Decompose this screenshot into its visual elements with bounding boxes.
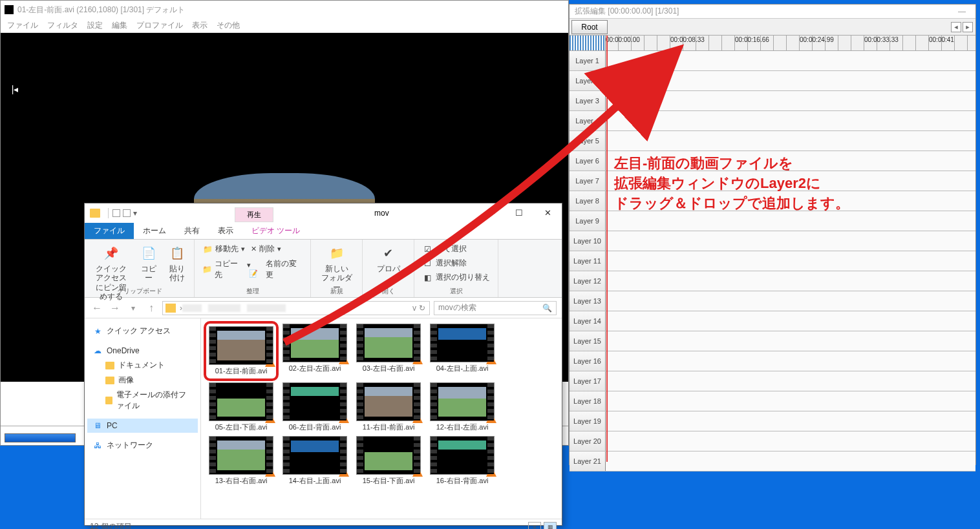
view-icons-button[interactable]: ▦	[544, 522, 557, 530]
layer-row[interactable]: Layer 5	[570, 131, 975, 151]
minimize-icon[interactable]: —	[951, 6, 973, 17]
layer-track[interactable]	[606, 371, 975, 391]
close-button[interactable]: ✕	[533, 203, 562, 222]
layer-row[interactable]: Layer 4	[570, 111, 975, 131]
properties-button[interactable]: ✔プロパ	[374, 242, 403, 276]
menu-other[interactable]: その他	[217, 20, 240, 31]
layer-label[interactable]: Layer 7	[570, 171, 606, 191]
nav-network[interactable]: 🖧ネットワーク	[87, 438, 198, 453]
layer-row[interactable]: Layer 11	[570, 251, 975, 271]
explorer-titlebar[interactable]: ▾ 再生 mov — ☐ ✕	[85, 203, 562, 223]
layer-track[interactable]	[606, 431, 975, 451]
layer-label[interactable]: Layer 2	[570, 71, 606, 90]
timeline-nav-right-icon[interactable]: ►	[963, 22, 973, 32]
layer-row[interactable]: Layer 17	[570, 371, 975, 391]
file-item[interactable]: 12-右目-左面.avi	[427, 382, 497, 432]
selectall-button[interactable]: ☑べて選択	[420, 242, 493, 256]
ruler-ticks[interactable]: 00:00:00.0000:00:08.3300:00:16.6600:00:2…	[606, 36, 975, 50]
playhead-cursor[interactable]	[606, 36, 608, 462]
search-input[interactable]: movの検索 🔍	[434, 301, 557, 315]
layer-track[interactable]	[606, 131, 975, 150]
tab-home[interactable]: ホーム	[134, 223, 175, 239]
layer-label[interactable]: Layer 13	[570, 291, 606, 311]
moveto-button[interactable]: 📁移動先 ▾ ✕ 削除 ▾	[200, 242, 305, 256]
layer-row[interactable]: Layer 15	[570, 331, 975, 351]
ruler-zoom[interactable]	[570, 36, 606, 50]
layer-row[interactable]: Layer 2	[570, 71, 975, 91]
chevron-down-icon[interactable]: ▾	[133, 209, 137, 218]
layer-row[interactable]: Layer 19	[570, 411, 975, 431]
layer-label[interactable]: Layer 3	[570, 91, 606, 110]
layer-row[interactable]: Layer 10	[570, 231, 975, 251]
qat-btn-2[interactable]	[123, 209, 131, 217]
invert-button[interactable]: ◧選択の切り替え	[420, 271, 493, 284]
selectnone-button[interactable]: ☐選択解除	[420, 256, 493, 270]
nav-quick-access[interactable]: ★クイック アクセス	[87, 324, 198, 338]
layer-track[interactable]	[606, 111, 975, 130]
nav-pictures[interactable]: 画像	[87, 373, 198, 388]
layer-label[interactable]: Layer 20	[570, 431, 606, 451]
layer-label[interactable]: Layer 5	[570, 131, 606, 150]
layer-track[interactable]	[606, 291, 975, 311]
layer-row[interactable]: Layer 14	[570, 311, 975, 331]
file-item[interactable]: 01-左目-前面.avi	[206, 324, 276, 379]
maximize-button[interactable]: ☐	[505, 203, 533, 222]
layer-row[interactable]: Layer 20	[570, 431, 975, 451]
layer-row[interactable]: Layer 9	[570, 211, 975, 231]
menu-filter[interactable]: フィルタ	[47, 20, 78, 31]
menu-profile[interactable]: プロファイル	[136, 20, 183, 31]
layer-track[interactable]	[606, 251, 975, 271]
tab-file[interactable]: ファイル	[85, 223, 134, 239]
timeline-titlebar[interactable]: 拡張編集 [00:00:00.00] [1/301] —	[570, 5, 975, 19]
file-item[interactable]: 06-左目-背面.avi	[280, 382, 350, 432]
nav-onedrive[interactable]: ☁OneDrive	[87, 344, 198, 358]
file-item[interactable]: 13-右目-右面.avi	[206, 436, 276, 486]
layer-track[interactable]	[606, 71, 975, 90]
copy-button[interactable]: 📄コピー	[137, 242, 160, 285]
layer-track[interactable]	[606, 451, 975, 471]
layer-label[interactable]: Layer 18	[570, 391, 606, 411]
layer-track[interactable]	[606, 271, 975, 291]
address-bar[interactable]: › v ↻	[162, 301, 430, 315]
layer-label[interactable]: Layer 10	[570, 231, 606, 251]
file-item[interactable]: 04-左目-上面.avi	[427, 324, 497, 379]
layer-label[interactable]: Layer 14	[570, 311, 606, 331]
file-item[interactable]: 02-左目-左面.avi	[280, 324, 350, 379]
layer-row[interactable]: Layer 12	[570, 271, 975, 291]
timeline-ruler[interactable]: 00:00:00.0000:00:08.3300:00:16.6600:00:2…	[570, 36, 975, 51]
layer-track[interactable]	[606, 391, 975, 411]
nav-pc[interactable]: 🖥PC	[87, 419, 198, 433]
tab-video-tools[interactable]: ビデオ ツール	[242, 223, 309, 239]
layer-row[interactable]: Layer 8	[570, 191, 975, 211]
aviutl-titlebar[interactable]: 01-左目-前面.avi (2160,1080) [1/301] デフォルト	[1, 1, 568, 19]
layer-label[interactable]: Layer 12	[570, 271, 606, 291]
layer-label[interactable]: Layer 6	[570, 151, 606, 171]
layer-track[interactable]	[606, 171, 975, 191]
layer-row[interactable]: Layer 16	[570, 351, 975, 371]
layer-track[interactable]	[606, 191, 975, 211]
layer-label[interactable]: Layer 17	[570, 371, 606, 391]
seek-start-icon[interactable]: |◂	[6, 82, 24, 96]
layer-track[interactable]	[606, 91, 975, 110]
layer-track[interactable]	[606, 51, 975, 70]
paste-button[interactable]: 📋貼り付け	[165, 242, 189, 285]
nav-email[interactable]: 電子メールの添付ファイル	[87, 388, 198, 413]
tab-view[interactable]: 表示	[209, 223, 242, 239]
menu-settings[interactable]: 設定	[87, 20, 103, 31]
file-item[interactable]: 14-右目-上面.avi	[280, 436, 350, 486]
layer-track[interactable]	[606, 311, 975, 331]
copyto-button[interactable]: 📁コピー先 ▾ 📝 名前の変更	[200, 257, 305, 282]
layer-row[interactable]: Layer 21	[570, 451, 975, 472]
layer-row[interactable]: Layer 6	[570, 151, 975, 171]
menu-view[interactable]: 表示	[192, 20, 208, 31]
minimize-button[interactable]: —	[476, 203, 505, 222]
layer-track[interactable]	[606, 231, 975, 251]
view-details-button[interactable]: ≡	[528, 522, 541, 530]
file-item[interactable]: 03-左目-右面.avi	[354, 324, 423, 379]
menu-file[interactable]: ファイル	[7, 20, 38, 31]
layer-row[interactable]: Layer 7	[570, 171, 975, 191]
play-context-tab[interactable]: 再生	[235, 207, 273, 222]
layer-label[interactable]: Layer 16	[570, 351, 606, 371]
layer-label[interactable]: Layer 8	[570, 191, 606, 211]
tab-share[interactable]: 共有	[175, 223, 209, 239]
